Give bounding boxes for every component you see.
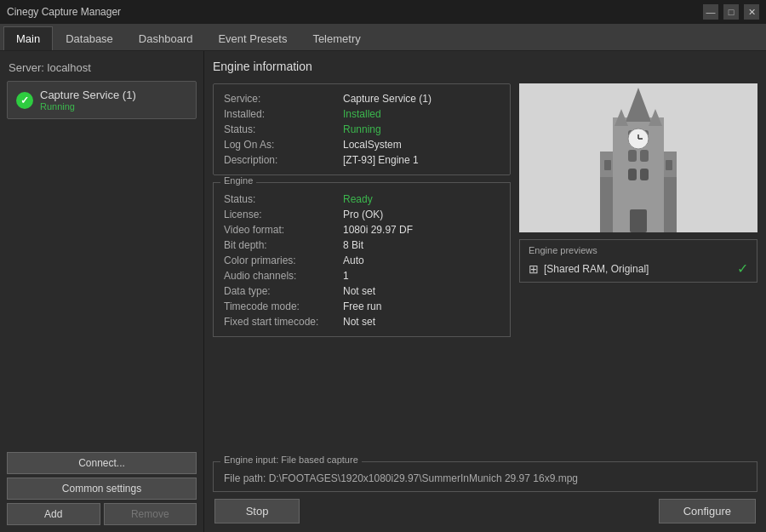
service-panel: Service: Capture Service (1) Installed: … xyxy=(213,83,511,175)
title-bar: Cinegy Capture Manager — □ ✕ xyxy=(0,0,766,24)
engine-panel: Engine Status: Ready License: Pro (OK) V… xyxy=(213,182,511,337)
installed-value: Installed xyxy=(343,108,500,120)
svg-rect-19 xyxy=(604,160,611,170)
svg-rect-20 xyxy=(666,160,672,170)
svg-rect-17 xyxy=(664,177,677,232)
installed-label: Installed: xyxy=(224,108,343,120)
data-type-value: Not set xyxy=(343,285,500,297)
maximize-button[interactable]: □ xyxy=(723,4,739,20)
preview-svg xyxy=(519,83,757,232)
engine-details-col: Service: Capture Service (1) Installed: … xyxy=(213,83,511,455)
service-info: Capture Service (1) Running xyxy=(40,89,136,112)
service-value: Capture Service (1) xyxy=(343,93,500,105)
eng-status-value: Ready xyxy=(343,193,500,205)
tab-database[interactable]: Database xyxy=(53,26,126,50)
sidebar: Server: localhost ✓ Capture Service (1) … xyxy=(0,51,204,532)
engine-info-grid: Status: Ready License: Pro (OK) Video fo… xyxy=(224,193,500,328)
engine-previews-panel: Engine previews ⊞ [Shared RAM, Original]… xyxy=(519,239,757,283)
audio-channels-value: 1 xyxy=(343,270,500,282)
license-value: Pro (OK) xyxy=(343,209,500,220)
status-value: Running xyxy=(343,123,500,135)
configure-button[interactable]: Configure xyxy=(659,499,756,523)
sidebar-buttons: Connect... Common settings Add Remove xyxy=(7,445,197,525)
main-layout: Server: localhost ✓ Capture Service (1) … xyxy=(0,51,766,532)
preview-option-icon: ⊞ xyxy=(529,262,539,276)
service-status-icon: ✓ xyxy=(16,92,33,109)
svg-rect-12 xyxy=(640,169,649,180)
file-path-panel: Engine input: File based capture File pa… xyxy=(213,461,757,492)
tab-main[interactable]: Main xyxy=(3,26,53,50)
add-remove-row: Add Remove xyxy=(7,503,197,525)
status-label: Status: xyxy=(224,123,343,135)
engine-legend: Engine xyxy=(220,175,256,186)
color-primaries-value: Auto xyxy=(343,255,500,266)
logon-value: LocalSystem xyxy=(343,139,500,151)
app-title: Cinegy Capture Manager xyxy=(7,6,121,18)
tab-telemetry[interactable]: Telemetry xyxy=(300,26,373,50)
tab-event-presets[interactable]: Event Presets xyxy=(205,26,300,50)
svg-rect-10 xyxy=(640,150,649,162)
add-button[interactable]: Add xyxy=(7,503,100,525)
file-path-text: File path: D:\FOOTAGES\1920x1080i29.97\S… xyxy=(224,472,746,484)
data-type-label: Data type: xyxy=(224,285,343,297)
timecode-mode-label: Timecode mode: xyxy=(224,300,343,312)
video-format-label: Video format: xyxy=(224,224,343,236)
remove-button[interactable]: Remove xyxy=(104,503,197,525)
file-path-label: File path: xyxy=(224,472,266,484)
license-label: License: xyxy=(224,209,343,220)
stop-button[interactable]: Stop xyxy=(214,499,300,523)
preview-col: Engine previews ⊞ [Shared RAM, Original]… xyxy=(519,83,757,455)
svg-rect-18 xyxy=(630,209,647,232)
fixed-start-value: Not set xyxy=(343,316,500,328)
service-info-grid: Service: Capture Service (1) Installed: … xyxy=(224,93,500,166)
common-settings-button[interactable]: Common settings xyxy=(7,478,197,500)
timecode-mode-value: Free run xyxy=(343,300,500,312)
service-label: Service: xyxy=(224,93,343,105)
audio-channels-label: Audio channels: xyxy=(224,270,343,282)
preview-check-icon: ✓ xyxy=(737,260,748,277)
engine-info-title: Engine information xyxy=(213,60,757,73)
tab-dashboard[interactable]: Dashboard xyxy=(126,26,206,50)
color-primaries-label: Color primaries: xyxy=(224,255,343,266)
service-name: Capture Service (1) xyxy=(40,89,136,101)
engine-info-row: Service: Capture Service (1) Installed: … xyxy=(213,83,757,455)
bit-depth-label: Bit depth: xyxy=(224,239,343,251)
bottom-bar: Stop Configure xyxy=(213,499,757,523)
description-label: Description: xyxy=(224,154,343,166)
minimize-button[interactable]: — xyxy=(703,4,718,20)
content-area: Engine information Service: Capture Serv… xyxy=(204,51,766,532)
video-format-value: 1080i 29.97 DF xyxy=(343,224,500,236)
svg-rect-16 xyxy=(600,177,613,232)
eng-status-label: Status: xyxy=(224,193,343,205)
engine-preview-image xyxy=(519,83,757,232)
svg-rect-11 xyxy=(628,169,637,180)
close-button[interactable]: ✕ xyxy=(744,4,759,20)
logon-label: Log On As: xyxy=(224,139,343,151)
service-running-status: Running xyxy=(40,101,136,112)
file-path-legend: Engine input: File based capture xyxy=(220,455,362,465)
file-path-value: D:\FOOTAGES\1920x1080i29.97\SummerInMuni… xyxy=(269,472,578,484)
server-title: Server: localhost xyxy=(7,58,197,81)
bit-depth-value: 8 Bit xyxy=(343,239,500,251)
engine-previews-title: Engine previews xyxy=(529,245,748,255)
svg-rect-9 xyxy=(628,150,637,162)
connect-button[interactable]: Connect... xyxy=(7,452,197,474)
preview-option-label: [Shared RAM, Original] xyxy=(544,263,649,275)
preview-option[interactable]: ⊞ [Shared RAM, Original] ✓ xyxy=(529,260,748,277)
menu-tabs: Main Database Dashboard Event Presets Te… xyxy=(0,24,766,51)
description-value: [ZT-93] Engine 1 xyxy=(343,154,500,166)
window-controls: — □ ✕ xyxy=(703,4,759,20)
capture-service-item[interactable]: ✓ Capture Service (1) Running xyxy=(7,81,197,119)
fixed-start-label: Fixed start timecode: xyxy=(224,316,343,328)
